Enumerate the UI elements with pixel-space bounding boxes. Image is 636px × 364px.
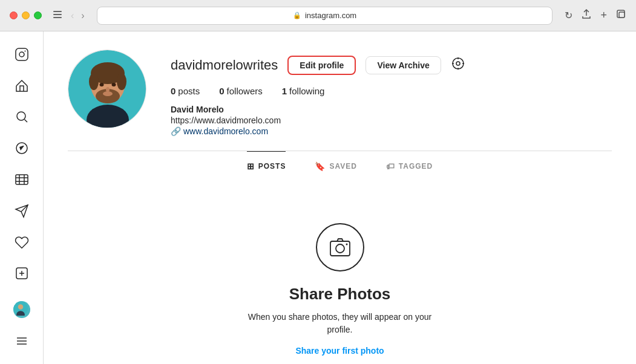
link-icon: 🔗 bbox=[171, 126, 181, 136]
maximize-button[interactable] bbox=[34, 11, 42, 19]
tab-tagged[interactable]: 🏷 TAGGED bbox=[386, 151, 433, 180]
svg-rect-0 bbox=[53, 11, 62, 12]
back-button[interactable]: ‹ bbox=[71, 10, 74, 21]
following-label: following bbox=[289, 86, 324, 96]
sidebar-item-home[interactable] bbox=[7, 73, 36, 99]
svg-line-9 bbox=[24, 120, 27, 123]
svg-point-6 bbox=[19, 52, 24, 57]
tagged-tab-label: TAGGED bbox=[399, 162, 433, 171]
sidebar-item-notifications[interactable] bbox=[7, 229, 36, 256]
tabs: ⊞ POSTS 🔖 SAVED 🏷 TAGGED bbox=[68, 151, 612, 180]
tabs-icon[interactable] bbox=[615, 8, 626, 22]
reload-icon[interactable]: ↻ bbox=[565, 10, 572, 21]
stat-followers[interactable]: 0 followers bbox=[219, 86, 263, 96]
svg-point-43 bbox=[346, 244, 347, 245]
camera-circle bbox=[316, 223, 364, 271]
svg-point-29 bbox=[117, 73, 126, 90]
close-button[interactable] bbox=[10, 11, 18, 19]
sidebar-item-instagram[interactable] bbox=[7, 41, 36, 68]
profile-avatar bbox=[68, 50, 146, 128]
minimize-button[interactable] bbox=[22, 11, 30, 19]
posts-count: 0 bbox=[171, 86, 175, 96]
sidebar-item-create[interactable] bbox=[7, 261, 36, 287]
profile-top-row: davidmorelowrites Edit profile View Arch… bbox=[171, 56, 612, 75]
profile-url-raw: https://www.davidmorelo.com bbox=[171, 115, 612, 125]
svg-point-36 bbox=[456, 62, 460, 65]
stat-following[interactable]: 1 following bbox=[282, 86, 325, 96]
settings-button[interactable] bbox=[451, 56, 465, 74]
svg-point-34 bbox=[103, 91, 113, 96]
share-first-photo-link[interactable]: Share your first photo bbox=[295, 346, 384, 356]
posts-label: posts bbox=[178, 86, 200, 96]
forward-button[interactable]: › bbox=[81, 10, 84, 21]
profile-full-name: David Morelo bbox=[171, 105, 612, 114]
svg-point-31 bbox=[100, 83, 104, 86]
svg-point-32 bbox=[112, 83, 116, 86]
saved-tab-label: SAVED bbox=[329, 162, 356, 171]
new-tab-icon[interactable]: + bbox=[600, 9, 607, 22]
svg-point-7 bbox=[24, 50, 25, 51]
tab-posts[interactable]: ⊞ POSTS bbox=[247, 151, 286, 180]
posts-tab-label: POSTS bbox=[258, 162, 286, 171]
share-photos-description: When you share photos, they will appear … bbox=[248, 311, 432, 336]
sidebar-item-messages[interactable] bbox=[7, 198, 36, 224]
svg-point-35 bbox=[453, 58, 464, 69]
profile-info: davidmorelowrites Edit profile View Arch… bbox=[171, 50, 612, 136]
app-layout: davidmorelowrites Edit profile View Arch… bbox=[0, 31, 636, 364]
followers-label: followers bbox=[227, 86, 263, 96]
svg-marker-11 bbox=[19, 146, 24, 151]
svg-point-33 bbox=[106, 87, 110, 92]
sidebar-item-menu[interactable] bbox=[7, 328, 36, 354]
svg-point-8 bbox=[17, 112, 25, 120]
profile-url-display: www.davidmorelo.com bbox=[183, 126, 268, 136]
browser-chrome: ‹ › 🔒 instagram.com ↻ + bbox=[0, 0, 636, 31]
toolbar-actions: ↻ + bbox=[565, 8, 626, 22]
nav-buttons: ‹ › bbox=[71, 10, 85, 21]
share-icon[interactable] bbox=[581, 8, 592, 22]
url-text: instagram.com bbox=[305, 11, 356, 20]
sidebar-item-profile[interactable] bbox=[7, 296, 36, 323]
sidebar-item-search[interactable] bbox=[7, 104, 36, 131]
svg-point-19 bbox=[18, 305, 22, 309]
svg-rect-5 bbox=[16, 48, 28, 60]
share-photos-title: Share Photos bbox=[289, 285, 391, 304]
svg-rect-4 bbox=[619, 12, 625, 18]
posts-tab-icon: ⊞ bbox=[247, 161, 255, 171]
saved-tab-icon: 🔖 bbox=[315, 161, 326, 171]
svg-point-42 bbox=[336, 244, 344, 253]
svg-point-28 bbox=[89, 73, 99, 90]
empty-state: Share Photos When you share photos, they… bbox=[68, 199, 612, 356]
view-archive-button[interactable]: View Archive bbox=[366, 56, 441, 74]
stats-row: 0 posts 0 followers 1 following bbox=[171, 86, 612, 96]
lock-icon: 🔒 bbox=[293, 11, 301, 19]
edit-profile-button[interactable]: Edit profile bbox=[287, 56, 356, 75]
svg-rect-12 bbox=[16, 175, 28, 184]
followers-count: 0 bbox=[219, 86, 224, 96]
svg-rect-2 bbox=[53, 17, 62, 18]
profile-content: davidmorelowrites Edit profile View Arch… bbox=[44, 31, 636, 364]
sidebar-item-reels[interactable] bbox=[7, 166, 36, 193]
following-count: 1 bbox=[282, 86, 287, 96]
address-bar[interactable]: 🔒 instagram.com bbox=[97, 7, 553, 25]
profile-url-link[interactable]: 🔗 www.davidmorelo.com bbox=[171, 126, 612, 136]
sidebar-avatar bbox=[13, 301, 30, 318]
sidebar-item-explore[interactable] bbox=[7, 135, 36, 161]
username: davidmorelowrites bbox=[171, 57, 278, 73]
svg-rect-1 bbox=[53, 14, 62, 15]
profile-header: davidmorelowrites Edit profile View Arch… bbox=[68, 50, 612, 136]
traffic-lights bbox=[10, 11, 42, 19]
stat-posts[interactable]: 0 posts bbox=[171, 86, 200, 96]
tagged-tab-icon: 🏷 bbox=[386, 161, 395, 171]
sidebar-toggle[interactable] bbox=[53, 10, 62, 21]
sidebar bbox=[0, 31, 44, 364]
tab-saved[interactable]: 🔖 SAVED bbox=[315, 151, 356, 180]
avatar-container bbox=[68, 50, 146, 128]
